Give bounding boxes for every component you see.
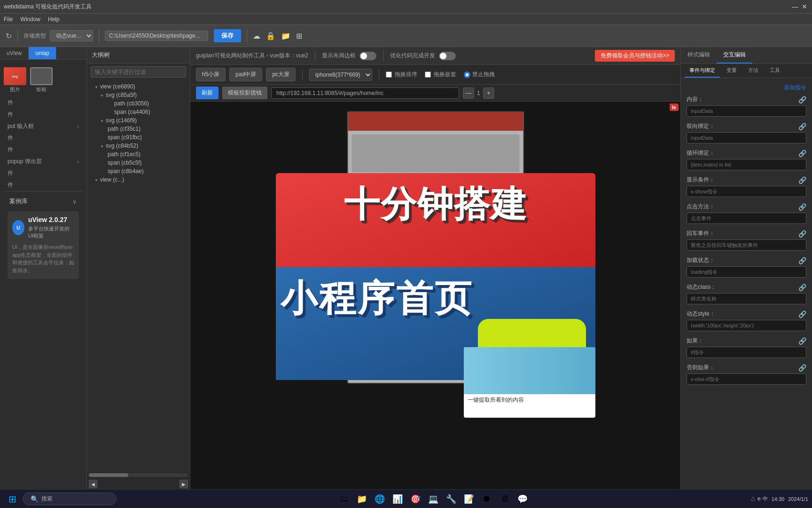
tree-nav-left[interactable]: ◀ xyxy=(89,480,97,488)
tree-node-span-cb5c5f[interactable]: span (cb5c5f) xyxy=(89,159,188,167)
lock-icon[interactable]: 🔒 xyxy=(266,32,275,40)
taskbar-dev-icon[interactable]: 💻 xyxy=(426,492,441,507)
zoom-plus-button[interactable]: + xyxy=(483,87,494,99)
prop-show-input[interactable] xyxy=(687,186,806,197)
prop-binding-input[interactable] xyxy=(687,132,806,143)
tree-search-input[interactable] xyxy=(91,66,186,78)
tree-node-view-ce6890[interactable]: view (ce6890) xyxy=(89,82,188,91)
tree-node-path-cb3056[interactable]: path (cb3056) xyxy=(89,99,188,108)
prop-if-input[interactable] xyxy=(687,347,806,358)
tab-uniap[interactable]: uniap xyxy=(29,47,56,59)
subtab-methods[interactable]: 方法 xyxy=(743,64,763,78)
cloud-icon[interactable]: ☁ xyxy=(253,32,260,40)
prop-loop-link[interactable]: 🔗 xyxy=(798,150,806,157)
prop-else-if-input[interactable] xyxy=(687,373,806,385)
component-cat-1[interactable]: 件 xyxy=(4,97,83,109)
drag-sort-label[interactable]: 拖换排序 xyxy=(386,71,417,79)
component-cat-input[interactable]: put 输入框› xyxy=(4,120,83,132)
device-select[interactable]: iphone8(377*669) xyxy=(309,69,372,81)
prop-content-input[interactable] xyxy=(687,105,806,117)
menu-file[interactable]: File xyxy=(4,16,13,23)
url-input[interactable] xyxy=(271,87,459,99)
drag-embed-label[interactable]: 拖换嵌套 xyxy=(425,71,456,79)
screen-h5[interactable]: h5小屏 xyxy=(196,68,226,81)
tab-style-edit[interactable]: 样式编辑 xyxy=(681,47,717,64)
component-cat-popup[interactable]: popup 弹出层› xyxy=(4,156,83,167)
file-path-input[interactable] xyxy=(105,31,208,41)
drag-sort-checkbox[interactable] xyxy=(386,71,392,78)
tree-node-span-c8b4ae[interactable]: span (c8b4ae) xyxy=(89,167,188,175)
taskbar-files-icon[interactable]: 🗂 xyxy=(336,492,351,507)
prop-dynamic-class-link[interactable]: 🔗 xyxy=(798,284,806,291)
prop-if-link[interactable]: 🔗 xyxy=(798,337,806,345)
prop-binding-link[interactable]: 🔗 xyxy=(798,123,806,130)
image-component[interactable]: img 图片 xyxy=(4,67,26,93)
taskbar-notes-icon[interactable]: 📝 xyxy=(461,492,476,507)
prop-enter-link[interactable]: 🔗 xyxy=(798,230,806,238)
storage-type-select[interactable]: 动态vue... xyxy=(50,30,93,41)
prop-content-link[interactable]: 🔗 xyxy=(798,96,806,103)
prop-loading-link[interactable]: 🔗 xyxy=(798,257,806,264)
tab-uview[interactable]: uView xyxy=(0,47,29,59)
component-cat-5[interactable]: 件 xyxy=(4,167,83,179)
prop-dynamic-style-input[interactable] xyxy=(687,320,806,331)
prop-click-input[interactable] xyxy=(687,213,806,224)
tree-node-svg-c146f9[interactable]: svg (c146f9) xyxy=(89,116,188,125)
prop-dynamic-class-input[interactable] xyxy=(687,293,806,304)
taskbar-browser-icon[interactable]: 🌐 xyxy=(372,492,387,507)
layout-toggle[interactable] xyxy=(359,52,376,60)
no-drag-label[interactable]: 禁止拖拽 xyxy=(464,71,495,79)
component-cat-6[interactable]: 件 xyxy=(4,179,83,191)
prop-enter-input[interactable] xyxy=(687,239,806,251)
prop-loop-input[interactable] xyxy=(687,159,806,170)
grid-icon[interactable]: ⊞ xyxy=(296,32,302,40)
taskbar-vscode-icon[interactable]: 🔧 xyxy=(444,492,459,507)
taskbar-monitor-icon[interactable]: 🖥 xyxy=(497,492,512,507)
tree-nav-right[interactable]: ▶ xyxy=(180,480,188,488)
minimize-button[interactable]: — xyxy=(791,3,799,10)
horizontal-scrollbar[interactable] xyxy=(89,473,188,477)
video-thumbnail[interactable]: 一键提取所看到的内容 十分钟搭建 小程序首页 xyxy=(276,173,595,418)
taskbar-community-icon[interactable]: 💬 xyxy=(515,492,530,507)
taskbar-search[interactable]: 🔍 搜索 xyxy=(23,492,117,505)
tree-node-svg-c85a5f[interactable]: svg (c85a5f) xyxy=(89,91,188,99)
close-button[interactable]: ✕ xyxy=(801,3,808,10)
tree-node-path-cf35c1[interactable]: path (cf35c1) xyxy=(89,125,188,133)
prop-click-link[interactable]: 🔗 xyxy=(798,203,806,211)
template-preview-button[interactable]: 模板投影揽钱 xyxy=(222,87,267,99)
no-drag-radio[interactable] xyxy=(464,71,470,78)
subtab-variables[interactable]: 变量 xyxy=(722,64,742,78)
component-cat-3[interactable]: 件 xyxy=(4,132,83,144)
tree-node-span-ca4406[interactable]: span (ca4406) xyxy=(89,108,188,116)
optimize-toggle[interactable] xyxy=(439,52,456,60)
menu-help[interactable]: Help xyxy=(48,16,60,23)
case-library-header[interactable]: 案例库 ∨ xyxy=(8,195,79,207)
tree-node-path-cf1ec5[interactable]: path (cf1ec5) xyxy=(89,150,188,159)
start-button[interactable]: ⊞ xyxy=(4,491,21,508)
taskbar-target-icon[interactable]: 🎯 xyxy=(408,492,423,507)
free-member-button[interactable]: 免费领取会员与捞钱活动>> xyxy=(595,50,675,62)
component-cat-4[interactable]: 件 xyxy=(4,144,83,156)
canvas-refresh-button[interactable]: 刷新 xyxy=(196,87,219,99)
tree-node-view-c[interactable]: view (c...) xyxy=(89,175,188,184)
prop-loading-input[interactable] xyxy=(687,266,806,278)
tree-node-span-c91fbc[interactable]: span (c91fbc) xyxy=(89,133,188,142)
taskbar-chart-icon[interactable]: 📊 xyxy=(390,492,405,507)
folder-icon[interactable]: 📁 xyxy=(281,32,290,40)
taskbar-folder-icon[interactable]: 📁 xyxy=(354,492,369,507)
save-button[interactable]: 保存 xyxy=(214,29,241,42)
screen-pad[interactable]: pad中屏 xyxy=(229,68,262,81)
prop-else-if-link[interactable]: 🔗 xyxy=(798,364,806,372)
menu-window[interactable]: Window xyxy=(20,16,40,23)
subtab-tools[interactable]: 工具 xyxy=(765,64,785,78)
component-cat-2[interactable]: 件 xyxy=(4,109,83,120)
tab-interact-edit[interactable]: 交互编辑 xyxy=(717,47,752,64)
screen-pc[interactable]: pc大屏 xyxy=(266,68,296,81)
drag-embed-checkbox[interactable] xyxy=(425,71,431,78)
refresh-icon[interactable]: ↻ xyxy=(6,32,12,40)
zoom-minus-button[interactable]: — xyxy=(463,87,474,99)
tree-node-svg-c84b52[interactable]: svg (c84b52) xyxy=(89,142,188,150)
taskbar-record-icon[interactable]: ⏺ xyxy=(479,492,494,507)
subtab-event-bind[interactable]: 事件与绑定 xyxy=(685,64,720,78)
prop-show-link[interactable]: 🔗 xyxy=(798,176,806,184)
